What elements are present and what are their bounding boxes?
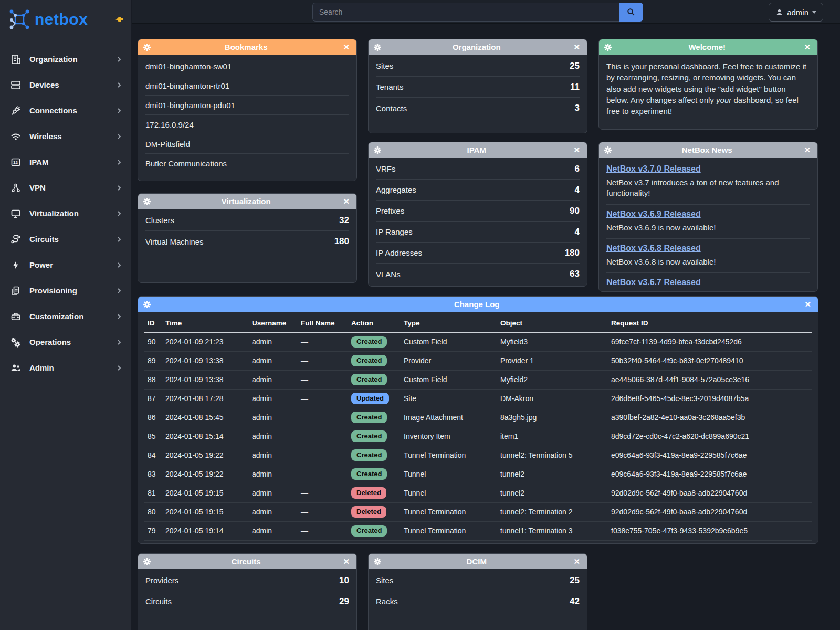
netbox-logo[interactable]: netbox bbox=[0, 0, 131, 37]
stat-label-link[interactable]: VRFs bbox=[376, 164, 396, 173]
widget-close-icon[interactable]: ✕ bbox=[341, 197, 351, 206]
stat-label-link[interactable]: Clusters bbox=[145, 216, 174, 225]
sidebar-item-admin[interactable]: Admin bbox=[0, 355, 131, 381]
change-object[interactable]: Myfield3 bbox=[497, 332, 608, 351]
bookmark-link[interactable]: dmi01-binghamton-rtr01 bbox=[145, 76, 349, 96]
change-object[interactable]: Myfield2 bbox=[497, 370, 608, 389]
widget-close-icon[interactable]: ✕ bbox=[572, 145, 582, 154]
change-request-id-link[interactable]: 8d9cd72e-cd0c-47c2-a620-dc899a690c21 bbox=[608, 427, 812, 446]
change-time-link[interactable]: 2024-01-09 13:38 bbox=[162, 370, 249, 389]
change-object[interactable]: item1 bbox=[497, 427, 608, 446]
stat-label-link[interactable]: Aggregates bbox=[376, 185, 416, 194]
widget-config-gear-icon[interactable] bbox=[143, 198, 151, 205]
change-time-link[interactable]: 2024-01-08 15:14 bbox=[162, 427, 249, 446]
change-id-link[interactable]: 84 bbox=[144, 446, 162, 465]
change-request-id-link[interactable]: 69fce7cf-1139-4d99-bfea-f3dcbd2452d6 bbox=[608, 332, 812, 351]
change-id-link[interactable]: 80 bbox=[144, 502, 162, 521]
change-id-link[interactable]: 89 bbox=[144, 351, 162, 370]
change-object[interactable]: tunnel1: Termination 3 bbox=[497, 521, 608, 540]
change-time-link[interactable]: 2024-01-05 19:22 bbox=[162, 465, 249, 484]
stat-label-link[interactable]: Circuits bbox=[145, 597, 172, 606]
change-time-link[interactable]: 2024-01-08 17:28 bbox=[162, 389, 249, 408]
change-object[interactable]: Provider 1 bbox=[497, 351, 608, 370]
widget-config-gear-icon[interactable] bbox=[374, 44, 381, 51]
change-time-link[interactable]: 2024-01-05 19:15 bbox=[162, 502, 249, 521]
widget-close-icon[interactable]: ✕ bbox=[341, 43, 351, 51]
stat-label-link[interactable]: Virtual Machines bbox=[145, 237, 204, 246]
change-request-id-link[interactable]: e09c64a6-93f3-419a-8ea9-229585f7c6ae bbox=[608, 446, 812, 465]
widget-config-gear-icon[interactable] bbox=[604, 146, 612, 154]
change-id-link[interactable]: 90 bbox=[144, 332, 162, 351]
bookmark-link[interactable]: Butler Communications bbox=[145, 154, 349, 173]
change-time-link[interactable]: 2024-01-08 15:45 bbox=[162, 408, 249, 427]
widget-config-gear-icon[interactable] bbox=[604, 44, 612, 51]
change-time-link[interactable]: 2024-01-05 19:14 bbox=[162, 521, 249, 540]
change-time-link[interactable]: 2024-01-09 13:38 bbox=[162, 351, 249, 370]
change-request-id-link[interactable]: ae445066-387d-44f1-9084-572a05ce3e16 bbox=[608, 370, 812, 389]
stat-label-link[interactable]: Contacts bbox=[376, 104, 407, 113]
change-request-id-link[interactable]: 92d02d9c-562f-49f0-baa8-adb22904760d bbox=[608, 502, 812, 521]
search-input[interactable] bbox=[312, 3, 619, 22]
widget-config-gear-icon[interactable] bbox=[374, 558, 381, 565]
change-time-link[interactable]: 2024-01-05 19:15 bbox=[162, 484, 249, 502]
change-id-link[interactable]: 85 bbox=[144, 427, 162, 446]
news-headline-link[interactable]: NetBox v3.6.7 Released bbox=[606, 278, 810, 287]
sidebar-item-wireless[interactable]: Wireless bbox=[0, 123, 131, 149]
news-headline-link[interactable]: NetBox v3.7.0 Released bbox=[606, 164, 810, 174]
change-time-link[interactable]: 2024-01-05 19:22 bbox=[162, 446, 249, 465]
stat-label-link[interactable]: Racks bbox=[376, 597, 398, 606]
change-time-link[interactable]: 2024-01-09 21:23 bbox=[162, 332, 249, 351]
stat-label-link[interactable]: Providers bbox=[145, 576, 178, 585]
widget-config-gear-icon[interactable] bbox=[143, 558, 151, 565]
bookmark-link[interactable]: dmi01-binghamton-pdu01 bbox=[145, 96, 349, 115]
widget-close-icon[interactable]: ✕ bbox=[803, 300, 813, 309]
stat-label-link[interactable]: Prefixes bbox=[376, 206, 404, 215]
change-id-link[interactable]: 83 bbox=[144, 465, 162, 484]
sidebar-item-customization[interactable]: Customization bbox=[0, 303, 131, 329]
sidebar-item-provisioning[interactable]: Provisioning bbox=[0, 278, 131, 303]
news-headline-link[interactable]: NetBox v3.6.9 Released bbox=[606, 209, 810, 219]
change-request-id-link[interactable]: 50b32f40-5464-4f9c-b83f-0ef270489410 bbox=[608, 351, 812, 370]
news-headline-link[interactable]: NetBox v3.6.8 Released bbox=[606, 244, 810, 253]
change-request-id-link[interactable]: e09c64a6-93f3-419a-8ea9-229585f7c6ae bbox=[608, 465, 812, 484]
stat-label-link[interactable]: IP Ranges bbox=[376, 227, 413, 236]
sidebar-pin-icon[interactable] bbox=[115, 16, 123, 23]
change-request-id-link[interactable]: f038e755-705e-47f3-9433-5392b9e6b9e5 bbox=[608, 521, 812, 540]
change-id-link[interactable]: 79 bbox=[144, 521, 162, 540]
sidebar-item-devices[interactable]: Devices bbox=[0, 72, 131, 98]
widget-config-gear-icon[interactable] bbox=[143, 44, 151, 51]
widget-close-icon[interactable]: ✕ bbox=[572, 557, 582, 566]
sidebar-item-virtualization[interactable]: Virtualization bbox=[0, 201, 131, 226]
change-request-id-link[interactable]: 2d6d6e8f-5465-45dc-8ec3-2019d4087b5a bbox=[608, 389, 812, 408]
widget-close-icon[interactable]: ✕ bbox=[572, 43, 582, 51]
sidebar-item-connections[interactable]: Connections bbox=[0, 98, 131, 123]
widget-config-gear-icon[interactable] bbox=[374, 146, 381, 154]
bookmark-link[interactable]: 172.16.0.9/24 bbox=[145, 115, 349, 134]
user-menu-button[interactable]: admin bbox=[769, 3, 823, 22]
bookmark-link[interactable]: DM-Pittsfield bbox=[145, 134, 349, 154]
widget-close-icon[interactable]: ✕ bbox=[802, 43, 812, 51]
change-id-link[interactable]: 88 bbox=[144, 370, 162, 389]
sidebar-item-ipam[interactable]: 12 IPAM bbox=[0, 149, 131, 175]
sidebar-item-operations[interactable]: Operations bbox=[0, 329, 131, 355]
change-object[interactable]: tunnel2: Termination 5 bbox=[497, 446, 608, 465]
widget-close-icon[interactable]: ✕ bbox=[802, 145, 812, 154]
change-id-link[interactable]: 81 bbox=[144, 484, 162, 502]
sidebar-item-vpn[interactable]: VPN bbox=[0, 175, 131, 201]
sidebar-item-power[interactable]: Power bbox=[0, 252, 131, 278]
change-object[interactable]: tunnel2 bbox=[497, 465, 608, 484]
widget-config-gear-icon[interactable] bbox=[143, 301, 151, 308]
change-request-id-link[interactable]: 92d02d9c-562f-49f0-baa8-adb22904760d bbox=[608, 484, 812, 502]
change-request-id-link[interactable]: a390fbef-2a82-4e10-aa0a-3c268aa5ef3b bbox=[608, 408, 812, 427]
change-id-link[interactable]: 86 bbox=[144, 408, 162, 427]
sidebar-item-organization[interactable]: Organization bbox=[0, 46, 131, 72]
stat-label-link[interactable]: Sites bbox=[376, 61, 393, 70]
bookmark-link[interactable]: dmi01-binghamton-sw01 bbox=[145, 57, 349, 76]
widget-close-icon[interactable]: ✕ bbox=[341, 557, 351, 566]
stat-label-link[interactable]: Tenants bbox=[376, 82, 404, 91]
stat-label-link[interactable]: Sites bbox=[376, 576, 393, 585]
change-object[interactable]: DM-Akron bbox=[497, 389, 608, 408]
sidebar-item-circuits[interactable]: Circuits bbox=[0, 226, 131, 252]
change-id-link[interactable]: 87 bbox=[144, 389, 162, 408]
stat-label-link[interactable]: IP Addresses bbox=[376, 248, 422, 257]
